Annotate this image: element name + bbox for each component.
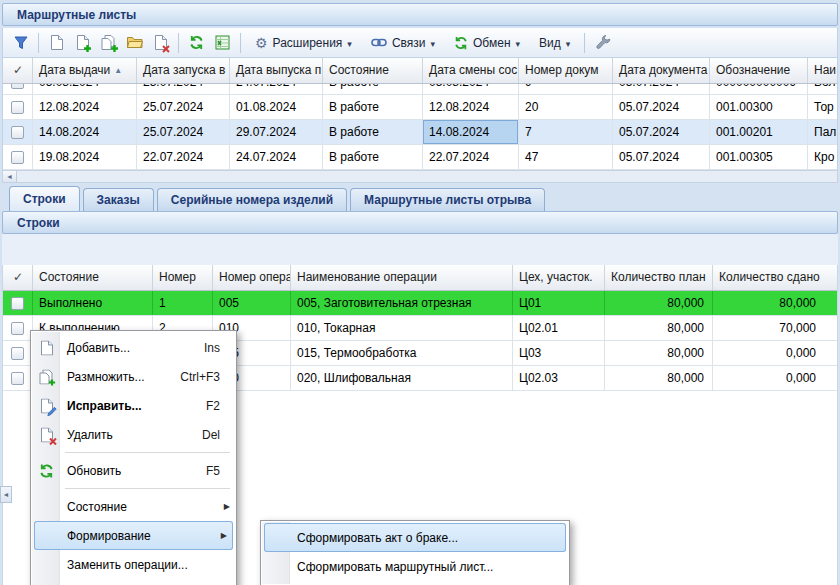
column-header[interactable]: Номер опера: [213, 265, 291, 290]
new-document-button[interactable]: [44, 31, 69, 55]
table-row[interactable]: Выполнено1005005, Заготовительная отрезн…: [3, 291, 837, 316]
table-cell[interactable]: Кро: [808, 145, 838, 169]
table-row[interactable]: 05.08.202423.07.202424.07.2024В работе05…: [3, 84, 837, 95]
table-cell[interactable]: 14.08.2024: [33, 120, 137, 144]
duplicate-document-button[interactable]: [96, 31, 121, 55]
row-checkbox[interactable]: [11, 126, 24, 139]
refresh-button[interactable]: [184, 31, 209, 55]
settings-wrench-button[interactable]: [590, 31, 615, 55]
table-cell[interactable]: 010, Токарная: [291, 316, 513, 340]
documents-hscrollbar[interactable]: ◄: [2, 170, 838, 183]
column-header[interactable]: Номер докум: [519, 58, 613, 83]
column-header[interactable]: Дата запуска в: [137, 58, 230, 83]
tab-route-sheets-tear[interactable]: Маршрутные листы отрыва: [350, 188, 545, 211]
column-header[interactable]: Дата выдачи▲: [33, 58, 137, 83]
table-cell[interactable]: 05.08.2024: [423, 84, 519, 94]
row-checkbox[interactable]: [11, 151, 24, 164]
submenu-item-defect-act[interactable]: Сформировать акт о браке...: [264, 523, 566, 552]
delete-document-button[interactable]: [148, 31, 173, 55]
add-document-button[interactable]: [70, 31, 95, 55]
filter-button[interactable]: [8, 31, 33, 55]
table-cell[interactable]: 47: [519, 145, 613, 169]
table-cell[interactable]: 05.07.2024: [613, 120, 710, 144]
select-all-header[interactable]: ✓: [3, 58, 33, 83]
hscroll-left-button[interactable]: ◄: [3, 171, 17, 182]
table-cell[interactable]: 12.08.2024: [423, 95, 519, 119]
column-header[interactable]: Дата документа: [613, 58, 710, 83]
table-cell[interactable]: Ц03: [513, 341, 605, 365]
menu-item-duplicate[interactable]: Размножить... Ctrl+F3: [31, 362, 236, 391]
table-cell[interactable]: 05.07.2024: [613, 95, 710, 119]
select-all-header[interactable]: ✓: [3, 265, 33, 290]
table-cell[interactable]: Ц01: [513, 291, 605, 315]
extensions-menu-button[interactable]: ⚙ Расширения: [246, 31, 361, 55]
table-row[interactable]: 12.08.202425.07.202401.08.2024В работе12…: [3, 95, 837, 120]
column-header[interactable]: Наименование операции: [291, 265, 513, 290]
table-cell[interactable]: 000000000009: [710, 84, 808, 94]
tab-serial-numbers[interactable]: Серийные номера изделий: [157, 188, 347, 211]
table-cell[interactable]: 80,000: [605, 291, 713, 315]
table-cell[interactable]: 80,000: [605, 366, 713, 390]
table-cell[interactable]: 20: [519, 95, 613, 119]
table-cell[interactable]: 22.07.2024: [423, 145, 519, 169]
row-checkbox[interactable]: [11, 84, 24, 89]
column-header[interactable]: Номер: [153, 265, 213, 290]
table-cell[interactable]: 001.00300: [710, 95, 808, 119]
table-cell[interactable]: 001.00201: [710, 120, 808, 144]
table-cell[interactable]: Вол: [808, 84, 837, 94]
table-cell[interactable]: 020, Шлифовальная: [291, 366, 513, 390]
open-folder-button[interactable]: [122, 31, 147, 55]
table-cell[interactable]: 19.08.2024: [33, 145, 137, 169]
column-header[interactable]: Дата смены сос: [423, 58, 519, 83]
column-header[interactable]: Состояние: [33, 265, 153, 290]
row-checkbox[interactable]: [11, 101, 24, 114]
table-cell[interactable]: 005, Заготовительная отрезная: [291, 291, 513, 315]
table-row[interactable]: 14.08.202425.07.202429.07.2024В работе14…: [3, 120, 837, 145]
table-cell[interactable]: 05.07.2024: [613, 84, 710, 94]
menu-item-formation[interactable]: Формирование: [34, 521, 233, 550]
column-header[interactable]: Цех, участок.: [513, 265, 605, 290]
row-checkbox[interactable]: [11, 322, 24, 335]
table-cell[interactable]: Ц02.03: [513, 366, 605, 390]
table-row[interactable]: 19.08.202422.07.202424.07.2024В работе22…: [3, 145, 837, 170]
row-checkbox[interactable]: [11, 297, 24, 310]
table-cell[interactable]: 24.07.2024: [230, 145, 323, 169]
table-cell[interactable]: 05.07.2024: [613, 145, 710, 169]
menu-item-state[interactable]: Состояние: [31, 492, 236, 521]
submenu-item-route-sheet[interactable]: Сформировать маршрутный лист...: [261, 552, 569, 581]
menu-item-refresh[interactable]: Обновить F5: [31, 456, 236, 485]
table-cell[interactable]: В работе: [323, 95, 423, 119]
table-cell[interactable]: 015, Термообработка: [291, 341, 513, 365]
table-cell[interactable]: 0,000: [713, 341, 838, 365]
row-checkbox[interactable]: [11, 372, 24, 385]
table-cell[interactable]: 1: [153, 291, 213, 315]
table-cell[interactable]: 70,000: [713, 316, 838, 340]
table-cell[interactable]: 80,000: [605, 341, 713, 365]
table-cell[interactable]: 0,000: [713, 366, 838, 390]
column-header[interactable]: Обозначение: [710, 58, 808, 83]
column-header[interactable]: Количество план: [605, 265, 713, 290]
table-cell[interactable]: 80,000: [713, 291, 838, 315]
column-header[interactable]: Состояние: [323, 58, 423, 83]
table-cell[interactable]: 25.07.2024: [137, 95, 230, 119]
table-cell[interactable]: Пал: [808, 120, 838, 144]
table-cell[interactable]: 005: [213, 291, 291, 315]
table-cell[interactable]: В работе: [323, 120, 423, 144]
table-cell[interactable]: 24.07.2024: [230, 84, 323, 94]
menu-item-delete[interactable]: Удалить Del: [31, 420, 236, 449]
table-cell[interactable]: В работе: [323, 145, 423, 169]
links-menu-button[interactable]: Связи: [362, 31, 444, 55]
table-cell[interactable]: Ц02.01: [513, 316, 605, 340]
column-header[interactable]: Дата выпуска п: [230, 58, 323, 83]
tab-zakazy[interactable]: Заказы: [83, 188, 154, 211]
menu-item-replace-operations[interactable]: Заменить операции...: [31, 550, 236, 579]
table-cell[interactable]: 25.07.2024: [137, 120, 230, 144]
table-cell[interactable]: 80,000: [605, 316, 713, 340]
table-cell[interactable]: 23.07.2024: [137, 84, 230, 94]
column-header[interactable]: Количество сдано: [713, 265, 838, 290]
table-cell[interactable]: 29.07.2024: [230, 120, 323, 144]
table-cell[interactable]: В работе: [323, 84, 423, 94]
table-cell[interactable]: 05.08.2024: [33, 84, 137, 94]
table-cell[interactable]: 14.08.2024: [423, 120, 519, 144]
column-header[interactable]: Наи: [808, 58, 838, 83]
